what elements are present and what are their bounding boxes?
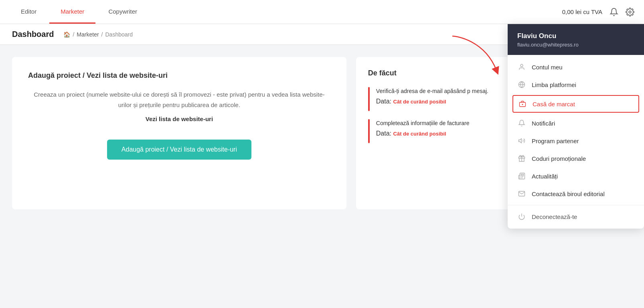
tab-copywriter[interactable]: Copywriter <box>97 0 148 24</box>
dropdown-item-coduri[interactable]: Coduri promoționale <box>508 150 644 167</box>
notifications-button[interactable] <box>610 8 618 16</box>
dropdown-label-coduri: Coduri promoționale <box>532 155 586 162</box>
breadcrumb-sep-2: / <box>101 31 103 38</box>
bell-menu-icon <box>517 120 526 127</box>
dropdown-item-limba[interactable]: Limba platformei <box>508 76 644 93</box>
svg-marker-8 <box>519 139 522 143</box>
dropdown-user-name: Flaviu Oncu <box>517 32 634 40</box>
power-icon <box>517 213 526 220</box>
home-icon[interactable]: 🏠 <box>63 31 70 38</box>
settings-button[interactable] <box>626 8 634 16</box>
left-card-description: Creeaza un proiect (numele website-ului … <box>28 89 330 110</box>
breadcrumb-dashboard: Dashboard <box>105 31 133 38</box>
dropdown-header: Flaviu Oncu flaviu.oncu@whitepress.ro <box>508 24 644 55</box>
page-title: Dashboard <box>12 30 54 39</box>
dropdown-menu: Flaviu Oncu flaviu.oncu@whitepress.ro Co… <box>508 24 644 221</box>
todo-date-label-2: Data: <box>376 130 391 137</box>
dropdown-label-notificari: Notificări <box>532 120 555 127</box>
gift-icon <box>517 155 526 162</box>
left-card-link-text[interactable]: Vezi lista de website-uri <box>146 114 213 124</box>
dropdown-label-contact: Contactează biroul editorial <box>532 190 605 197</box>
dropdown-label-casa: Casă de marcat <box>533 101 575 107</box>
add-project-button[interactable]: Adaugă proiect / Vezi lista de website-u… <box>107 140 251 160</box>
register-icon <box>518 100 527 107</box>
left-card: Adaugă proiect / Vezi lista de website-u… <box>12 57 346 209</box>
dropdown-label-program: Program partener <box>532 138 579 144</box>
bell-icon <box>610 8 618 16</box>
todo-date-value-2: Cât de curând posibil <box>393 131 446 137</box>
todo-border-2 <box>368 119 370 143</box>
dropdown-item-notificari[interactable]: Notificări <box>508 114 644 132</box>
todo-date-value-1: Cât de curând posibil <box>393 99 446 105</box>
dropdown-label-contul-meu: Contul meu <box>532 64 563 71</box>
mail-icon <box>517 190 526 197</box>
svg-point-2 <box>520 64 523 67</box>
dropdown-user-email: flaviu.oncu@whitepress.ro <box>517 42 634 48</box>
dropdown-items: Contul meu Limba platformei Casă de marc… <box>508 55 644 221</box>
left-card-title: Adaugă proiect / Vezi lista de website-u… <box>28 71 168 80</box>
breadcrumb: 🏠 / Marketer / Dashboard <box>63 31 133 38</box>
dropdown-item-contact[interactable]: Contactează biroul editorial <box>508 185 644 203</box>
nav-right: 0,00 lei cu TVA <box>562 8 634 16</box>
dropdown-label-actualitati: Actualități <box>532 173 558 180</box>
svg-point-0 <box>629 11 631 13</box>
dropdown-label-limba: Limba platformei <box>532 81 576 88</box>
globe-icon <box>517 81 526 88</box>
dropdown-item-contul-meu[interactable]: Contul meu <box>508 58 644 76</box>
gear-icon <box>626 8 634 16</box>
dropdown-label-deconecteaza: Deconectează-te <box>532 213 577 220</box>
breadcrumb-marketer[interactable]: Marketer <box>77 31 99 38</box>
megaphone-icon <box>517 137 526 144</box>
todo-date-label-1: Data: <box>376 98 391 105</box>
news-icon <box>517 172 526 180</box>
dropdown-item-casa-de-marcat[interactable]: Casă de marcat <box>512 95 639 113</box>
tab-marketer[interactable]: Marketer <box>49 0 95 24</box>
todo-border-1 <box>368 87 370 111</box>
dropdown-item-actualitati[interactable]: Actualități <box>508 167 644 185</box>
balance-display: 0,00 lei cu TVA <box>562 8 602 15</box>
tab-editor[interactable]: Editor <box>10 0 48 24</box>
dropdown-item-program-partener[interactable]: Program partener <box>508 132 644 150</box>
nav-tabs: Editor Marketer Copywriter <box>10 0 562 24</box>
person-icon <box>517 63 526 71</box>
breadcrumb-sep-1: / <box>73 31 74 38</box>
top-navigation: Editor Marketer Copywriter 0,00 lei cu T… <box>0 0 644 24</box>
dropdown-divider <box>508 205 644 205</box>
dropdown-item-deconecteaza[interactable]: Deconectează-te <box>508 208 644 221</box>
